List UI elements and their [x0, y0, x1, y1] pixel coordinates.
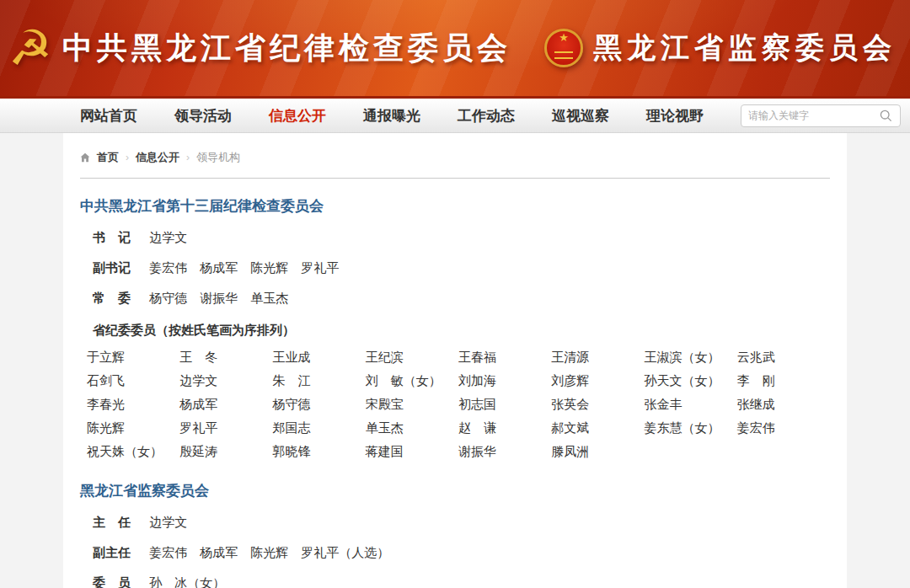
info-row-members: 委 员 孙 冰（女） — [80, 575, 830, 588]
info-value: 姜宏伟 杨成军 陈光辉 罗礼平（人选） — [149, 545, 389, 559]
section-title: 中共黑龙江省第十三届纪律检查委员会 — [80, 196, 830, 216]
nav-item-home[interactable]: 网站首页 — [80, 106, 137, 126]
info-row-standing-committee: 常 委 杨守德 谢振华 单玉杰 — [80, 290, 830, 307]
member-name: 李春光 — [87, 393, 179, 416]
member-name: 云兆武 — [737, 345, 830, 369]
member-name: 杨成军 — [179, 393, 272, 416]
member-name: 郝文斌 — [551, 416, 644, 440]
nav-item-work-news[interactable]: 工作动态 — [458, 106, 515, 126]
member-name: 罗礼平 — [179, 416, 272, 440]
breadcrumb-separator: › — [186, 152, 190, 163]
party-emblem-icon: ☭ — [8, 24, 52, 72]
supervision-commission-title: 黑龙江省监察委员会 — [593, 29, 897, 67]
nav-item-info-disclosure[interactable]: 信息公开 — [269, 106, 326, 126]
member-name: 殷延涛 — [179, 440, 272, 463]
site-banner: ☭ 中共黑龙江省纪律检查委员会 ★ 黑龙江省监察委员会 — [0, 0, 910, 99]
member-name: 于立辉 — [87, 345, 179, 369]
breadcrumb-divider — [80, 178, 830, 179]
nav-item-exposure[interactable]: 通报曝光 — [363, 106, 420, 126]
member-name: 赵 谦 — [458, 416, 551, 440]
info-value: 边学文 — [149, 515, 187, 529]
member-name: 王纪滨 — [366, 345, 458, 369]
member-name: 张继成 — [737, 393, 830, 416]
member-name: 王春福 — [458, 345, 551, 369]
home-icon — [80, 152, 90, 163]
info-label: 委 员 — [93, 575, 135, 588]
member-name: 谢振华 — [458, 440, 551, 463]
info-label: 书 记 — [93, 229, 135, 246]
nav-item-theory[interactable]: 理论视野 — [646, 106, 704, 126]
member-name: 孙天文（女） — [645, 369, 737, 393]
member-name: 石剑飞 — [87, 369, 179, 393]
info-value: 姜宏伟 杨成军 陈光辉 罗礼平 — [149, 260, 339, 275]
member-name: 姜东慧（女） — [645, 416, 737, 440]
breadcrumb-info-disclosure[interactable]: 信息公开 — [136, 150, 179, 165]
breadcrumb-home[interactable]: 首页 — [97, 150, 119, 165]
search-box — [741, 104, 901, 127]
section-supervision-commission: 黑龙江省监察委员会 主 任 边学文 副主任 姜宏伟 杨成军 陈光辉 罗礼平（人选… — [80, 481, 830, 588]
info-label: 主 任 — [93, 514, 135, 531]
national-emblem-icon: ★ — [544, 29, 583, 67]
main-content: 首页 › 信息公开 › 领导机构 中共黑龙江省第十三届纪律检查委员会 书 记 边… — [63, 133, 847, 588]
nav-item-leader-activity[interactable]: 领导活动 — [174, 106, 232, 126]
member-name: 蒋建国 — [366, 440, 458, 463]
breadcrumb-separator: › — [126, 152, 129, 163]
info-value: 杨守德 谢振华 单玉杰 — [149, 291, 288, 305]
member-name: 刘 敏（女） — [366, 369, 458, 393]
info-label: 副主任 — [93, 544, 135, 561]
member-name: 陈光辉 — [87, 416, 179, 440]
member-name: 杨守德 — [273, 393, 366, 416]
member-name: 初志国 — [458, 393, 551, 416]
member-name: 姜宏伟 — [737, 416, 830, 440]
member-name: 王清源 — [551, 345, 644, 369]
member-name: 郑国志 — [273, 416, 366, 440]
search-input[interactable] — [748, 110, 879, 121]
member-name: 单玉杰 — [366, 416, 458, 440]
discipline-commission-home-link[interactable]: ☭ 中共黑龙江省纪律检查委员会 — [8, 24, 511, 72]
main-navbar: 网站首页 领导活动 信息公开 通报曝光 工作动态 巡视巡察 理论视野 — [0, 99, 910, 133]
member-name: 王 冬 — [179, 345, 272, 369]
info-row-deputy-secretaries: 副书记 姜宏伟 杨成军 陈光辉 罗礼平 — [80, 259, 830, 276]
member-name: 滕凤洲 — [551, 440, 644, 463]
members-grid: 于立辉 王 冬 王业成 王纪滨 王春福 王清源 王淑滨（女） 云兆武 石剑飞 边… — [87, 345, 830, 463]
breadcrumb-current-page: 领导机构 — [196, 150, 240, 165]
info-row-secretary: 书 记 边学文 — [80, 229, 830, 246]
member-name: 刘加海 — [458, 369, 551, 393]
info-row-deputy-directors: 副主任 姜宏伟 杨成军 陈光辉 罗礼平（人选） — [80, 544, 830, 561]
member-name: 边学文 — [179, 369, 272, 393]
member-name: 祝天姝（女） — [87, 440, 179, 463]
member-name: 王淑滨（女） — [645, 345, 737, 369]
section-discipline-commission: 中共黑龙江省第十三届纪律检查委员会 书 记 边学文 副书记 姜宏伟 杨成军 陈光… — [80, 196, 830, 463]
member-name: 郭晓锋 — [273, 440, 366, 463]
section-title: 黑龙江省监察委员会 — [80, 481, 830, 500]
search-icon[interactable] — [879, 109, 893, 123]
member-name: 刘彦辉 — [551, 369, 644, 393]
member-name: 宋殿宝 — [366, 393, 458, 416]
info-value: 孙 冰（女） — [149, 575, 225, 588]
supervision-commission-home-link[interactable]: ★ 黑龙江省监察委员会 — [544, 29, 897, 67]
info-row-director: 主 任 边学文 — [80, 514, 830, 531]
breadcrumb: 首页 › 信息公开 › 领导机构 — [80, 150, 830, 165]
member-name: 张英会 — [551, 393, 644, 416]
member-name: 李 刚 — [737, 369, 830, 393]
info-value: 边学文 — [149, 230, 187, 244]
member-name: 张金丰 — [645, 393, 737, 416]
member-name: 王业成 — [273, 345, 366, 369]
member-name: 朱 江 — [273, 369, 366, 393]
members-heading: 省纪委委员（按姓氏笔画为序排列） — [80, 323, 830, 339]
discipline-commission-title: 中共黑龙江省纪律检查委员会 — [62, 28, 511, 69]
info-label: 常 委 — [93, 290, 135, 307]
nav-item-inspection[interactable]: 巡视巡察 — [552, 106, 609, 126]
info-label: 副书记 — [93, 259, 135, 276]
